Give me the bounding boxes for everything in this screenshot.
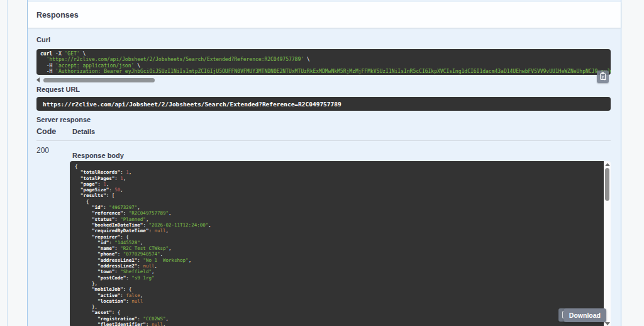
curl-label: Curl — [36, 36, 611, 44]
curl-command-block: curl -X 'GET' \ 'https://r2clive.com/api… — [36, 49, 611, 75]
curl-copy-button[interactable] — [597, 70, 609, 83]
server-response-label: Server response — [36, 116, 611, 124]
response-body-label: Response body — [72, 152, 611, 160]
curl-command-wrapper: curl -X 'GET' \ 'https://r2clive.com/api… — [36, 49, 611, 75]
response-body-json: { "totalRecords": 1, "totalPages": 1, "p… — [70, 161, 604, 326]
curl-horizontal-scrollbar[interactable] — [36, 77, 611, 82]
get-opblock-panel: Responses Curl curl -X 'GET' \ 'https://… — [27, 0, 621, 326]
download-button[interactable]: Download — [564, 308, 606, 322]
request-url-label: Request URL — [36, 86, 611, 94]
scroll-up-arrow-icon[interactable] — [605, 163, 610, 166]
clipboard-copy-icon — [599, 72, 607, 82]
outer-container-border — [7, 0, 8, 326]
responses-section-header: Responses — [28, 2, 621, 28]
horizontal-scrollbar-thumb[interactable] — [43, 78, 155, 82]
responses-title: Responses — [36, 11, 79, 20]
vertical-scrollbar-thumb[interactable] — [605, 168, 609, 201]
response-body-vertical-scrollbar[interactable] — [604, 161, 611, 326]
scroll-down-arrow-icon[interactable] — [605, 322, 610, 325]
code-column-header: Code — [36, 127, 70, 136]
response-table-header: Code Details — [36, 127, 611, 136]
status-code-200: 200 — [36, 146, 70, 155]
scroll-left-arrow-icon[interactable] — [36, 77, 40, 82]
details-column-header: Details — [70, 128, 95, 135]
responses-section-body: Curl curl -X 'GET' \ 'https://r2clive.co… — [28, 36, 621, 326]
request-url-value: https://r2clive.com/api/Jobsheet/2/Jobsh… — [36, 97, 611, 111]
response-body-wrapper: { "totalRecords": 1, "totalPages": 1, "p… — [70, 161, 611, 326]
response-row-200: 200 Response body { "totalRecords": 1, "… — [36, 141, 611, 326]
